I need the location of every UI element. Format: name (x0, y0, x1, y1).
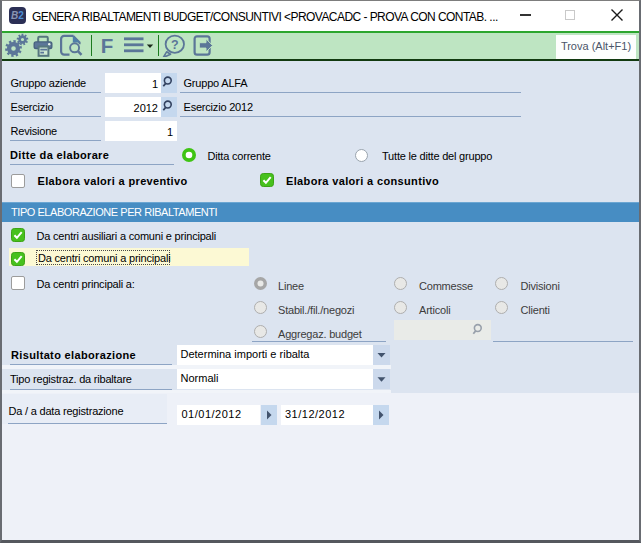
svg-text:?: ? (171, 38, 179, 52)
svg-text:F: F (101, 34, 114, 57)
